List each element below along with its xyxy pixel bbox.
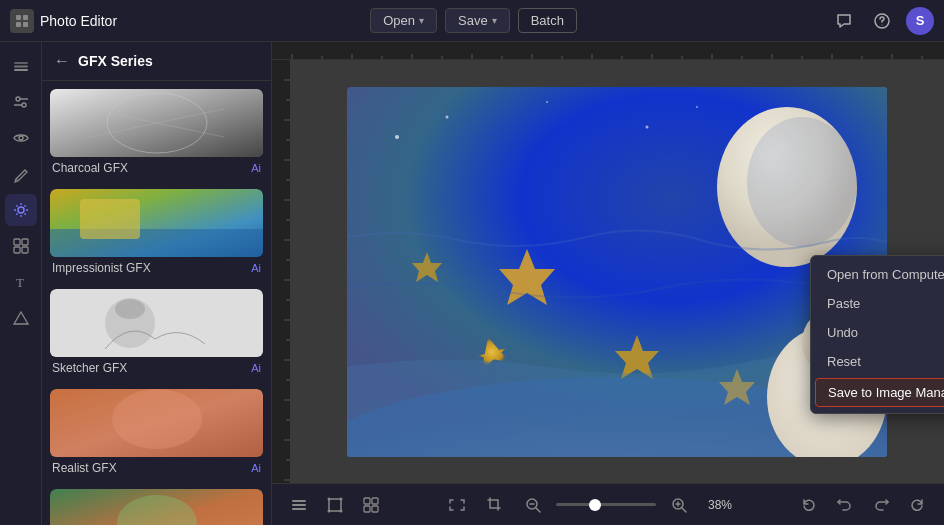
sidebar-title: GFX Series — [78, 53, 153, 69]
svg-point-34 — [112, 389, 202, 449]
svg-point-87 — [747, 117, 857, 247]
svg-point-99 — [546, 101, 548, 103]
header-icons: S — [830, 7, 934, 35]
ruler-left — [272, 60, 290, 483]
context-menu: Open from Computer Paste Undo Reset Save… — [810, 255, 944, 414]
icon-bar: T — [0, 42, 42, 525]
eye-tool-button[interactable] — [5, 122, 37, 154]
text-tool-button[interactable]: T — [5, 266, 37, 298]
svg-point-10 — [22, 103, 26, 107]
sidebar-item-realist[interactable]: Realist GFXAi — [50, 389, 263, 481]
svg-point-14 — [15, 178, 18, 181]
zoom-percent: 38% — [702, 498, 738, 512]
open-chevron: ▾ — [419, 15, 424, 26]
grid-view-button[interactable] — [356, 490, 386, 520]
zoom-slider[interactable] — [556, 503, 656, 506]
svg-rect-1 — [23, 15, 28, 20]
svg-rect-112 — [364, 506, 370, 512]
svg-rect-29 — [80, 199, 140, 239]
svg-point-5 — [882, 24, 883, 25]
open-button[interactable]: Open ▾ — [370, 8, 437, 33]
svg-point-100 — [646, 125, 649, 128]
effects-tool-button[interactable] — [5, 194, 37, 226]
logo-icon — [10, 9, 34, 33]
canvas-area: × — [272, 42, 944, 525]
impressionist-label: Impressionist GFX — [52, 261, 151, 275]
bottom-toolbar: 38% — [272, 483, 944, 525]
svg-rect-37 — [272, 42, 944, 60]
help-icon-button[interactable] — [868, 7, 896, 35]
shapes-tool-button[interactable] — [5, 302, 37, 334]
transform-button[interactable] — [320, 490, 350, 520]
app-title: Photo Editor — [40, 13, 117, 29]
svg-line-120 — [682, 508, 686, 512]
realist-ai-badge: Ai — [251, 462, 261, 474]
sidebar-back-button[interactable]: ← — [54, 52, 70, 70]
svg-rect-19 — [22, 247, 28, 253]
main-area: T ← GFX Series Charcoal GFXAiImpressioni… — [0, 42, 944, 525]
rotate-ccw-button[interactable] — [794, 490, 824, 520]
svg-point-32 — [115, 299, 145, 319]
svg-rect-16 — [14, 239, 20, 245]
zoom-out-button[interactable] — [518, 490, 548, 520]
sidebar-item-cartoonizer[interactable]: Cartoonizer GFX 1Ai — [50, 489, 263, 525]
sketcher-ai-badge: Ai — [251, 362, 261, 374]
user-avatar[interactable]: S — [906, 7, 934, 35]
svg-rect-105 — [329, 499, 341, 511]
sidebar-item-sketcher[interactable]: Sketcher GFXAi — [50, 289, 263, 381]
svg-rect-104 — [292, 508, 306, 510]
context-open-computer[interactable]: Open from Computer — [811, 260, 944, 289]
svg-rect-110 — [364, 498, 370, 504]
svg-point-97 — [395, 135, 399, 139]
zoom-in-button[interactable] — [664, 490, 694, 520]
bottom-center-controls: 38% — [442, 490, 738, 520]
crop-button[interactable] — [480, 490, 510, 520]
svg-point-101 — [696, 106, 698, 108]
svg-marker-21 — [14, 312, 28, 324]
svg-rect-103 — [292, 504, 306, 506]
batch-button[interactable]: Batch — [518, 8, 577, 33]
svg-point-9 — [16, 97, 20, 101]
sketcher-label: Sketcher GFX — [52, 361, 127, 375]
bottom-right-tools — [794, 490, 932, 520]
sidebar-item-impressionist[interactable]: Impressionist GFXAi — [50, 189, 263, 281]
sketcher-thumbnail — [50, 289, 263, 357]
svg-rect-111 — [372, 498, 378, 504]
context-paste[interactable]: Paste — [811, 289, 944, 318]
brush-tool-button[interactable] — [5, 158, 37, 190]
ruler-top-svg: × — [272, 42, 944, 60]
save-button[interactable]: Save ▾ — [445, 8, 510, 33]
svg-rect-17 — [22, 239, 28, 245]
sidebar-item-charcoal[interactable]: Charcoal GFXAi — [50, 89, 263, 181]
svg-rect-3 — [23, 22, 28, 27]
context-undo[interactable]: Undo — [811, 318, 944, 347]
svg-point-106 — [328, 497, 331, 500]
layers-tool-button[interactable] — [5, 50, 37, 82]
adjustments-tool-button[interactable] — [5, 86, 37, 118]
redo-history-button[interactable] — [866, 490, 896, 520]
fit-width-button[interactable] — [442, 490, 472, 520]
layers-view-button[interactable] — [284, 490, 314, 520]
charcoal-thumbnail — [50, 89, 263, 157]
svg-rect-0 — [16, 15, 21, 20]
rotate-cw-button[interactable] — [902, 490, 932, 520]
ruler-top: × — [272, 42, 944, 60]
undo-history-button[interactable] — [830, 490, 860, 520]
grid-tool-button[interactable] — [5, 230, 37, 262]
svg-rect-30 — [50, 289, 263, 357]
sidebar-items-list: Charcoal GFXAiImpressionist GFXAiSketche… — [42, 81, 271, 525]
svg-point-98 — [446, 115, 449, 118]
svg-text:T: T — [16, 275, 24, 290]
ruler-left-svg — [272, 60, 290, 483]
charcoal-ai-badge: Ai — [251, 162, 261, 174]
realist-label: Realist GFX — [52, 461, 117, 475]
chat-icon-button[interactable] — [830, 7, 858, 35]
context-reset[interactable]: Reset — [811, 347, 944, 376]
sidebar-panel: ← GFX Series Charcoal GFXAiImpressionist… — [42, 42, 272, 525]
svg-point-107 — [340, 497, 343, 500]
canvas-content[interactable]: Open from Computer Paste Undo Reset Save… — [290, 60, 944, 483]
svg-rect-102 — [292, 500, 306, 502]
context-save-to-image-manager[interactable]: Save to Image Manager — [815, 378, 944, 407]
charcoal-label: Charcoal GFX — [52, 161, 128, 175]
header: Photo Editor Open ▾ Save ▾ Batch S — [0, 0, 944, 42]
